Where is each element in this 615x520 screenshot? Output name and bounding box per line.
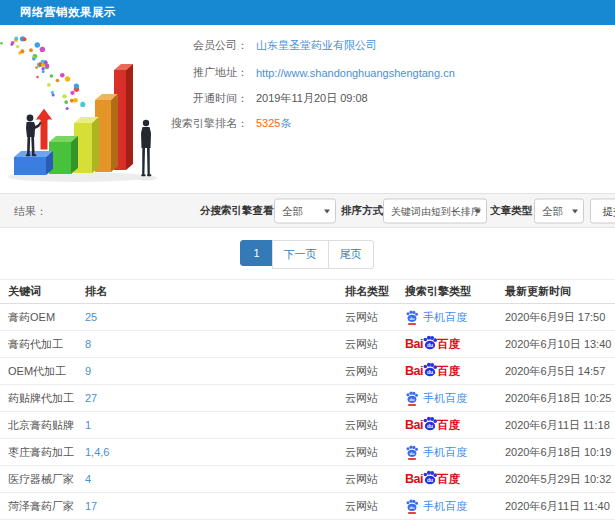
- updated-cell: 2020年6月10日 13:40: [497, 331, 615, 358]
- keyword-cell: 北京膏药贴牌: [0, 412, 77, 439]
- baidu-logo: Bai du 百度: [405, 362, 460, 380]
- top-title-bar: 网络营销效果展示: [0, 0, 615, 25]
- baidu-paw-icon: du: [405, 499, 419, 514]
- engine-rank-row: 搜索引擎排名： 5325条: [0, 116, 470, 131]
- rank-type-cell: 云网站: [337, 331, 397, 358]
- promo-url-row: 推广地址： http://www.shandonghuangshengtang.…: [0, 65, 470, 80]
- pagination: 1下一页尾页: [0, 240, 615, 269]
- results-table: 关键词 排名 排名类型 搜索引擎类型 最新更新时间 膏药OEM 25 云网站: [0, 279, 615, 520]
- baidu-paw-icon: du: [422, 470, 438, 485]
- result-label: 结果：: [14, 203, 47, 218]
- svg-text:du: du: [427, 342, 433, 348]
- svg-text:du: du: [410, 396, 415, 401]
- rank-link[interactable]: 1: [85, 419, 91, 431]
- mobile-baidu-label: 手机百度: [423, 391, 467, 406]
- engine-cell: du 手机百度: [397, 385, 497, 412]
- keyword-cell: 医疗器械厂家: [0, 466, 77, 493]
- page-title: 网络营销效果展示: [0, 0, 615, 25]
- engine-cell: Bai du 百度: [397, 412, 497, 439]
- col-keyword: 关键词: [0, 280, 77, 304]
- keyword-cell: 枣庄膏药加工: [0, 439, 77, 466]
- rank-link[interactable]: 17: [85, 500, 97, 512]
- promo-url-link[interactable]: http://www.shandonghuangshengtang.cn: [256, 67, 455, 79]
- baidu-logo-bai: Bai: [405, 472, 423, 486]
- rank-cell: 4: [77, 466, 337, 493]
- baidu-logo-cn: 百度: [437, 364, 460, 379]
- rank-link[interactable]: 1,4,6: [85, 446, 109, 458]
- updated-cell: 2020年6月18日 10:19: [497, 439, 615, 466]
- baidu-logo-bai: Bai: [405, 418, 423, 432]
- engine-rank-label: 搜索引擎排名：: [0, 116, 248, 131]
- table-row: 膏药OEM 25 云网站 du 手机百度: [0, 304, 615, 331]
- mobile-baidu-logo: du 手机百度: [405, 391, 467, 406]
- rank-type-cell: 云网站: [337, 304, 397, 331]
- rank-link[interactable]: 27: [85, 392, 97, 404]
- company-label: 会员公司：: [0, 38, 248, 53]
- updated-cell: 2020年6月5日 14:57: [497, 358, 615, 385]
- sort-select[interactable]: 关键词由短到长排序: [383, 198, 487, 223]
- engine-cell: Bai du 百度: [397, 466, 497, 493]
- chevron-down-icon: [572, 209, 578, 213]
- rank-link[interactable]: 8: [85, 338, 91, 350]
- last-page-button[interactable]: 尾页: [328, 240, 374, 269]
- table-row: 医疗器械厂家 4 云网站 Bai du 百度: [0, 466, 615, 493]
- promo-url-label: 推广地址：: [0, 65, 248, 80]
- baidu-paw-icon: du: [422, 335, 438, 350]
- open-time-row: 开通时间： 2019年11月20日 09:08: [0, 91, 470, 106]
- baidu-paw-icon: du: [405, 310, 419, 325]
- svg-text:du: du: [410, 504, 415, 509]
- filter-bar: 结果： 分搜索引擎查看 全部 排序方式 关键词由短到长排序 文章类型 全部 提交: [0, 193, 615, 228]
- rank-cell: 25: [77, 304, 337, 331]
- engine-view-label: 分搜索引擎查看: [200, 204, 274, 218]
- baidu-logo-cn: 百度: [437, 418, 460, 433]
- table-row: 膏药代加工 8 云网站 Bai du 百度: [0, 331, 615, 358]
- next-page-button[interactable]: 下一页: [272, 240, 329, 269]
- article-type-select[interactable]: 全部: [534, 198, 584, 223]
- svg-text:du: du: [427, 369, 433, 375]
- mobile-baidu-logo: du 手机百度: [405, 310, 467, 325]
- col-rank: 排名: [77, 280, 337, 304]
- baidu-logo: Bai du 百度: [405, 470, 460, 488]
- company-row: 会员公司： 山东皇圣堂药业有限公司: [0, 38, 470, 53]
- baidu-logo-cn: 百度: [437, 472, 460, 487]
- engine-cell: Bai du 百度: [397, 331, 497, 358]
- engine-rank-value[interactable]: 5325条: [256, 116, 291, 131]
- engine-cell: du 手机百度: [397, 439, 497, 466]
- keyword-cell: 菏泽膏药厂家: [0, 493, 77, 520]
- rank-link[interactable]: 25: [85, 311, 97, 323]
- table-header-row: 关键词 排名 排名类型 搜索引擎类型 最新更新时间: [0, 280, 615, 304]
- baidu-logo: Bai du 百度: [405, 416, 460, 434]
- company-link[interactable]: 山东皇圣堂药业有限公司: [256, 38, 377, 53]
- baidu-paw-icon: du: [405, 391, 419, 406]
- rank-link[interactable]: 9: [85, 365, 91, 377]
- updated-cell: 2020年6月11日 11:18: [497, 412, 615, 439]
- keyword-cell: 膏药代加工: [0, 331, 77, 358]
- rank-count: 5325: [256, 117, 280, 129]
- open-time-value: 2019年11月20日 09:08: [256, 91, 368, 106]
- rank-link[interactable]: 4: [85, 473, 91, 485]
- rank-cell: 1,4,6: [77, 439, 337, 466]
- rank-type-cell: 云网站: [337, 358, 397, 385]
- open-time-label: 开通时间：: [0, 91, 248, 106]
- rank-cell: 9: [77, 358, 337, 385]
- chevron-down-icon: [324, 209, 330, 213]
- submit-button[interactable]: 提交: [590, 198, 615, 223]
- rank-type-cell: 云网站: [337, 466, 397, 493]
- updated-cell: 2020年6月9日 17:50: [497, 304, 615, 331]
- engine-view-select[interactable]: 全部: [274, 198, 336, 223]
- col-engine-type: 搜索引擎类型: [397, 280, 497, 304]
- table-row: 菏泽膏药厂家 17 云网站 du 手机百度: [0, 493, 615, 520]
- page-1-button[interactable]: 1: [240, 240, 272, 266]
- bar-green: [49, 136, 78, 174]
- article-type-label: 文章类型: [490, 204, 532, 218]
- baidu-paw-icon: du: [422, 362, 438, 377]
- chevron-down-icon: [475, 209, 481, 213]
- rank-type-cell: 云网站: [337, 493, 397, 520]
- rank-type-cell: 云网站: [337, 412, 397, 439]
- mobile-baidu-label: 手机百度: [423, 310, 467, 325]
- keyword-cell: 药贴牌代加工: [0, 385, 77, 412]
- col-rank-type: 排名类型: [337, 280, 397, 304]
- engine-cell: Bai du 百度: [397, 358, 497, 385]
- baidu-logo-cn: 百度: [437, 337, 460, 352]
- rank-unit: 条: [280, 117, 291, 129]
